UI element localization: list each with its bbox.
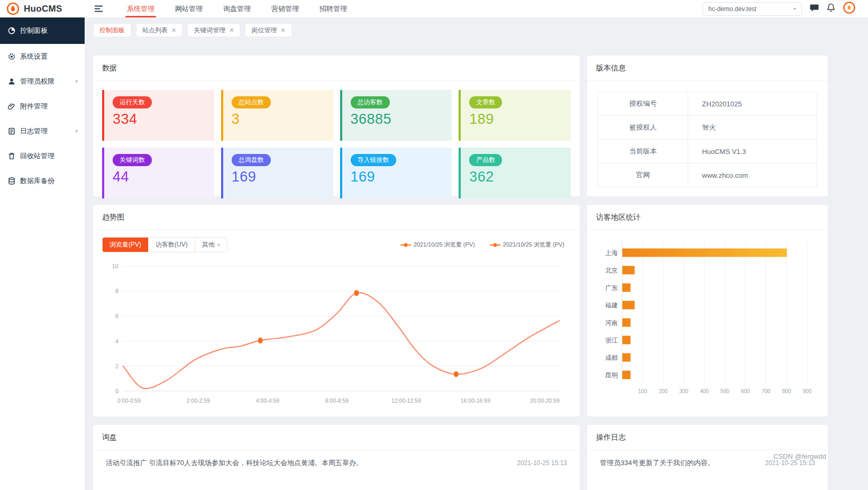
sidebar-item[interactable]: 控制面板 bbox=[0, 17, 85, 44]
version-panel-title: 版本信息 bbox=[587, 56, 828, 81]
breadcrumb-tab-chip[interactable]: 关键词管理✕ bbox=[187, 23, 240, 37]
message-icon[interactable] bbox=[810, 4, 819, 14]
version-row-label: 当前版本 bbox=[598, 140, 688, 163]
region-chart-wrap: 100200300400500600700800900上海北京广东福建河南浙江成… bbox=[587, 230, 828, 415]
svg-text:4:00-4:59: 4:00-4:59 bbox=[256, 397, 280, 404]
top-nav-item[interactable]: 营销管理 bbox=[270, 0, 300, 17]
bar-北京 bbox=[623, 266, 635, 275]
version-row-label: 官网 bbox=[598, 164, 688, 187]
chip-label: 关键词管理 bbox=[194, 26, 225, 35]
brand-logo[interactable]: HuoCMS bbox=[0, 2, 87, 15]
svg-text:河南: 河南 bbox=[605, 319, 618, 326]
sidebar-item[interactable]: 附件管理 bbox=[0, 94, 85, 119]
version-row-value: www.zhco.com bbox=[688, 164, 817, 187]
svg-text:6: 6 bbox=[115, 313, 118, 319]
bar-成都 bbox=[623, 353, 631, 362]
sidebar-item[interactable]: 数据库备份 bbox=[0, 168, 85, 193]
trend-tab[interactable]: 其他▾ bbox=[195, 238, 227, 252]
stat-card: 运行天数334 bbox=[102, 90, 214, 141]
stat-value: 44 bbox=[113, 169, 214, 185]
close-icon[interactable]: ✕ bbox=[280, 28, 285, 33]
bar-福建 bbox=[623, 301, 635, 310]
sidebar: 控制面板系统设置管理员权限▾附件管理日志管理▾回收站管理数据库备份 bbox=[0, 17, 85, 490]
chevron-down-icon: ▾ bbox=[75, 128, 78, 134]
trend-line-chart: 02468100:00-0:592:00-2:594:00-4:598:00-8… bbox=[100, 255, 570, 413]
user-icon bbox=[8, 78, 15, 85]
top-nav-item[interactable]: 系统管理 bbox=[125, 0, 156, 17]
log-icon bbox=[8, 128, 15, 135]
stat-value: 189 bbox=[469, 111, 571, 128]
trend-panel-title: 趋势图 bbox=[93, 205, 580, 230]
app-screen: HuoCMS 系统管理网站管理询盘管理营销管理招聘管理 hc-demo.dev.… bbox=[0, 0, 868, 490]
version-row-label: 授权编号 bbox=[598, 92, 688, 115]
watermark: CSDN @fergwdd bbox=[773, 452, 826, 460]
avatar[interactable] bbox=[843, 2, 855, 16]
breadcrumb-tab-chip[interactable]: 岗位管理✕ bbox=[245, 23, 291, 37]
svg-text:8: 8 bbox=[115, 288, 118, 294]
breadcrumb-tab-chip[interactable]: 控制面板 bbox=[93, 23, 131, 37]
sidebar-item[interactable]: 系统设置 bbox=[0, 44, 85, 69]
sidebar-item-label: 控制面板 bbox=[20, 26, 48, 35]
paperclip-icon bbox=[8, 103, 15, 110]
stat-badge: 运行天数 bbox=[113, 96, 152, 108]
sidebar-item[interactable]: 管理员权限▾ bbox=[0, 69, 85, 94]
bar-上海 bbox=[623, 249, 787, 257]
sidebar-item[interactable]: 日志管理▾ bbox=[0, 119, 85, 143]
stat-value: 362 bbox=[469, 169, 571, 185]
dashboard-icon bbox=[8, 27, 15, 34]
trend-tab[interactable]: 访客数(UV) bbox=[148, 238, 195, 252]
chip-label: 控制面板 bbox=[99, 26, 125, 35]
version-row-value: HuoCMS V1.3 bbox=[688, 140, 817, 163]
top-nav: 系统管理网站管理询盘管理营销管理招聘管理 bbox=[125, 0, 366, 17]
sidebar-collapse-icon[interactable] bbox=[94, 5, 103, 13]
trend-tab[interactable]: 浏览量(PV) bbox=[103, 238, 148, 252]
svg-text:16:00-16:59: 16:00-16:59 bbox=[461, 397, 490, 404]
svg-text:2:00-2:59: 2:00-2:59 bbox=[187, 397, 211, 404]
sidebar-item-label: 日志管理 bbox=[20, 126, 48, 136]
version-row-value: ZH20201025 bbox=[688, 92, 817, 115]
breadcrumb-tab-chip[interactable]: 站点列表✕ bbox=[136, 23, 182, 37]
site-select[interactable]: hc-demo.dev.test ▾ bbox=[702, 2, 802, 16]
stat-value: 334 bbox=[113, 111, 214, 128]
flame-logo-icon bbox=[6, 2, 20, 15]
bell-icon[interactable] bbox=[827, 3, 835, 14]
svg-text:昆明: 昆明 bbox=[605, 371, 618, 379]
top-nav-item[interactable]: 询盘管理 bbox=[222, 0, 252, 17]
svg-text:上海: 上海 bbox=[605, 249, 618, 257]
legend-label: 2021/10/25 浏览量 (PV) bbox=[414, 241, 475, 249]
svg-text:200: 200 bbox=[659, 388, 668, 394]
stat-badge: 总询盘数 bbox=[232, 154, 271, 166]
region-bar-chart: 100200300400500600700800900上海北京广东福建河南浙江成… bbox=[595, 235, 819, 413]
close-icon[interactable]: ✕ bbox=[229, 28, 234, 33]
version-row-label: 被授权人 bbox=[598, 116, 688, 139]
stat-badge: 产品数 bbox=[469, 154, 502, 166]
svg-text:2: 2 bbox=[115, 363, 118, 369]
top-nav-item[interactable]: 网站管理 bbox=[173, 0, 204, 17]
trend-panel: 趋势图 浏览量(PV)访客数(UV)其他▾ 2021/10/25 浏览量 (PV… bbox=[93, 205, 580, 416]
close-icon[interactable]: ✕ bbox=[171, 28, 176, 33]
svg-text:800: 800 bbox=[782, 388, 791, 394]
trend-legend: 2021/10/25 浏览量 (PV)2021/10/25 浏览量 (PV) bbox=[400, 241, 564, 249]
tabs-bar: 控制面板站点列表✕关键词管理✕岗位管理✕ bbox=[93, 23, 292, 37]
sidebar-item-label: 附件管理 bbox=[20, 102, 48, 111]
database-icon bbox=[8, 177, 15, 185]
log-panel-title: 操作日志 bbox=[587, 425, 828, 450]
site-select-value: hc-demo.dev.test bbox=[708, 5, 756, 13]
legend-item[interactable]: 2021/10/25 浏览量 (PV) bbox=[400, 241, 475, 249]
stat-card: 导入链接数169 bbox=[340, 148, 452, 198]
region-panel: 访客地区统计 100200300400500600700800900上海北京广东… bbox=[587, 205, 828, 416]
table-row: 授权编号ZH20201025 bbox=[598, 92, 817, 116]
stat-badge: 导入链接数 bbox=[351, 154, 396, 166]
svg-text:100: 100 bbox=[638, 388, 647, 394]
bar-广东 bbox=[623, 284, 631, 292]
svg-text:8:00-8:59: 8:00-8:59 bbox=[325, 397, 349, 404]
inquiry-date: 2021-10-25 15:13 bbox=[517, 459, 567, 467]
chevron-down-icon: ▾ bbox=[75, 78, 78, 84]
stat-card: 文章数189 bbox=[459, 90, 571, 141]
bar-昆明 bbox=[623, 371, 631, 379]
top-nav-item[interactable]: 招聘管理 bbox=[318, 0, 349, 17]
legend-item[interactable]: 2021/10/25 浏览量 (PV) bbox=[490, 241, 564, 249]
sidebar-item-label: 管理员权限 bbox=[20, 77, 54, 86]
sidebar-item[interactable]: 回收站管理 bbox=[0, 143, 85, 168]
stat-card: 总站点数3 bbox=[221, 90, 333, 141]
